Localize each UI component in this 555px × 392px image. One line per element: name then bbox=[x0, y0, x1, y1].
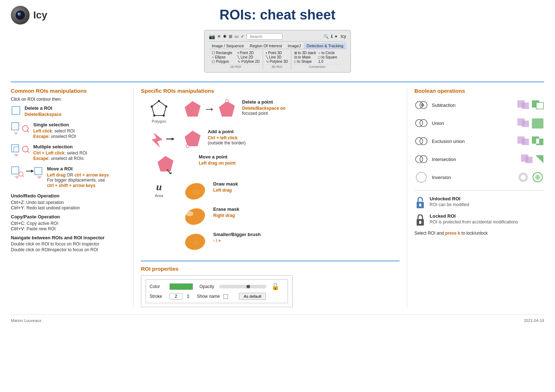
draw-mask-item: u Area Draw mask Left drag bbox=[141, 181, 400, 201]
intersection-icon bbox=[414, 153, 428, 165]
svg-point-42 bbox=[183, 206, 207, 226]
app-name: Icy bbox=[341, 34, 346, 39]
toolbar-search[interactable] bbox=[246, 33, 283, 40]
inversion-visuals bbox=[517, 172, 544, 183]
copy-paste-line1: Ctrl+C: Copy active ROI bbox=[11, 221, 126, 226]
svg-point-58 bbox=[416, 138, 423, 145]
tab-imagej[interactable]: ImageJ bbox=[285, 43, 304, 49]
arrow-right-icon bbox=[205, 105, 214, 114]
right-column: Boolean operations ⊘ Subtraction bbox=[407, 88, 544, 307]
svg-marker-20 bbox=[37, 176, 42, 179]
svg-marker-69 bbox=[535, 155, 543, 163]
unlocked-text: ROI can be modified bbox=[430, 202, 469, 207]
item-line3d: ╲ Line 3D bbox=[266, 55, 288, 59]
as-default-button[interactable]: As default bbox=[239, 293, 266, 300]
tab-image-sequence[interactable]: Image / Sequence bbox=[209, 43, 247, 49]
brush-size-desc: Smaller/Bigger brush - / + bbox=[213, 232, 261, 243]
svg-marker-19 bbox=[14, 176, 20, 179]
multi-sel-icon bbox=[11, 144, 30, 157]
unlocked-desc: Unlocked ROI ROI can be modified bbox=[430, 196, 469, 209]
polygon-label: Polygon bbox=[152, 119, 166, 123]
union-vis1 bbox=[517, 118, 530, 129]
orange-blob1 bbox=[182, 181, 208, 201]
tab-region-interest[interactable]: Region Of Interest bbox=[247, 43, 285, 49]
area-label: Area bbox=[155, 193, 163, 198]
stroke-input[interactable] bbox=[169, 293, 182, 300]
erase-mask-item: Erase mask Right drag bbox=[141, 206, 400, 226]
move-roi-item: Move a ROI Left drag OR ctrl + arrow key… bbox=[11, 166, 126, 188]
single-sel-line2: Escape: unselect ROI bbox=[33, 134, 76, 139]
tab-detection-tracking[interactable]: Detection & Tracking bbox=[304, 43, 347, 49]
subtraction-label: Subtraction bbox=[432, 103, 513, 108]
svg-marker-12 bbox=[14, 154, 19, 157]
show-name-label: Show name bbox=[197, 294, 220, 299]
subtraction-visuals bbox=[517, 100, 544, 110]
left-column-title: Common ROIs manipulations bbox=[11, 88, 126, 94]
area-italic-u: u bbox=[156, 181, 162, 193]
logo-text: Icy bbox=[33, 9, 47, 21]
navigate-title: Navigate between ROIs and ROI inspector bbox=[11, 235, 126, 240]
exclusion-union-visuals bbox=[517, 136, 544, 147]
svg-rect-9 bbox=[14, 147, 19, 152]
main-content: Common ROIs manipulations Click on ROI c… bbox=[11, 82, 544, 307]
exclusion-vis1 bbox=[517, 136, 530, 147]
label-3d-roi: 3D ROI bbox=[266, 64, 288, 69]
svg-point-22 bbox=[158, 100, 160, 102]
multi-sel-line1: Ctrl + Left click: select ROI bbox=[33, 150, 87, 156]
erase-mask-title: Erase mask bbox=[213, 206, 239, 212]
svg-point-66 bbox=[420, 156, 427, 163]
add-point-item: Add a point Ctrl + left click (outside t… bbox=[141, 129, 400, 149]
svg-marker-17 bbox=[31, 170, 34, 173]
section-3d-roi: • Point 3D ╲ Line 3D ∿ Polyline 3D 3D RO… bbox=[263, 50, 291, 69]
delete-point-desc: Delete a point Delete/Backspace on focus… bbox=[242, 99, 285, 116]
cursor-icon: ✕ bbox=[217, 34, 221, 39]
color-box[interactable] bbox=[169, 283, 193, 290]
svg-rect-57 bbox=[532, 118, 543, 129]
svg-rect-3 bbox=[12, 106, 20, 114]
opacity-slider[interactable] bbox=[219, 285, 266, 288]
svg-point-36 bbox=[186, 145, 189, 148]
locked-icon: i bbox=[414, 213, 426, 226]
svg-point-26 bbox=[151, 105, 153, 108]
footer: Marion Louveaux 2021-04-19 bbox=[11, 314, 544, 323]
svg-rect-8 bbox=[12, 145, 19, 152]
add-point-title: Add a point bbox=[208, 129, 246, 134]
dropdown-icon: ▾ bbox=[335, 34, 337, 39]
section-2d-roi: ☐ Rectangle • Point 2D ○ Ellipse ╲ Line … bbox=[209, 50, 263, 69]
single-selection-desc: Single selection Left click: select ROI … bbox=[33, 122, 76, 139]
locked-item: i Locked ROI ROI is protected from accid… bbox=[414, 213, 544, 226]
single-sel-icon bbox=[11, 122, 30, 135]
svg-line-6 bbox=[27, 130, 29, 132]
stroke-spinner[interactable]: ⇕ bbox=[186, 293, 190, 299]
lock-shortcut-text: Select ROI and press k to lock/unlock bbox=[414, 231, 544, 236]
union-visuals bbox=[517, 118, 544, 129]
check-icon: ✓ bbox=[241, 34, 244, 39]
right-column-title: Boolean operations bbox=[414, 88, 544, 94]
subtraction-item: ⊘ Subtraction bbox=[414, 99, 544, 111]
move-roi-desc: Move a ROI Left drag OR ctrl + arrow key… bbox=[47, 166, 109, 188]
section-conversion: ⊞ to 3D stack ○ to Circle ⊟ to Mask □ to… bbox=[291, 50, 343, 69]
item-rectangle: ☐ Rectangle bbox=[212, 51, 234, 55]
left-column: Common ROIs manipulations Click on ROI c… bbox=[11, 88, 134, 307]
svg-point-74 bbox=[535, 175, 540, 180]
single-sel-line1: Left click: select ROI bbox=[33, 128, 76, 134]
pink-polygon1 bbox=[182, 99, 202, 119]
svg-point-43 bbox=[186, 211, 193, 216]
lock-icon[interactable]: 🔓 bbox=[271, 283, 279, 291]
svg-marker-7 bbox=[14, 132, 18, 135]
union-item: Union bbox=[414, 117, 544, 129]
move-point-item: Move a point Left drag on point bbox=[141, 154, 400, 174]
svg-point-54 bbox=[420, 119, 427, 127]
toolbar-area: 📷 ✕ ✱ ⊞ ▭ ✓ 🔍 ℹ ▾ Icy Image / Sequence R… bbox=[11, 30, 544, 73]
lock-section: i Unlocked ROI ROI can be modified i bbox=[414, 190, 544, 236]
show-name-checkbox[interactable] bbox=[223, 294, 228, 299]
logo-area: Icy bbox=[11, 6, 47, 25]
multiple-selection-item: Multiple selection Ctrl + Left click: se… bbox=[11, 144, 126, 161]
svg-rect-4 bbox=[12, 123, 19, 130]
svg-point-53 bbox=[416, 119, 423, 127]
svg-point-65 bbox=[416, 156, 423, 163]
add-point-arrow bbox=[146, 129, 175, 149]
move-roi-line2: For bigger displacements, use bbox=[47, 178, 109, 183]
item-polyline2d: ∿ Polyline 2D bbox=[237, 60, 259, 64]
locked-desc: Locked ROI ROI is protected from acciden… bbox=[430, 213, 518, 226]
